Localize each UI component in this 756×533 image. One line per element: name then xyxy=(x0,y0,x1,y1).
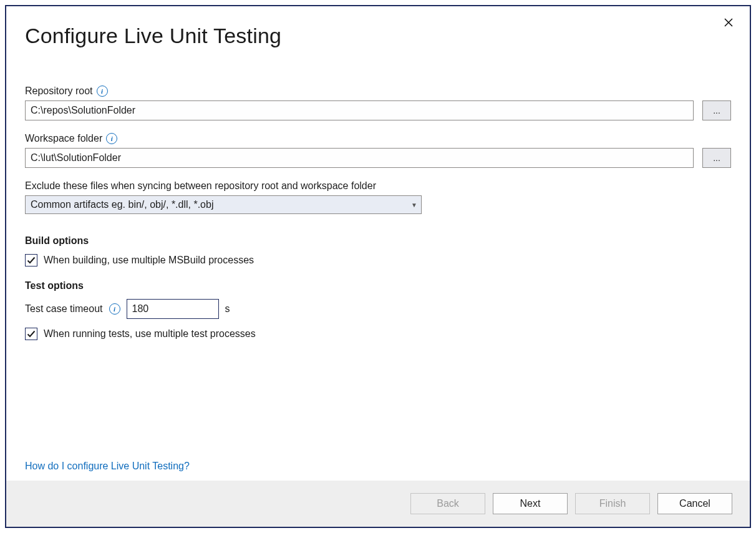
chevron-down-icon: ▼ xyxy=(411,202,417,208)
workspace-input[interactable] xyxy=(25,148,694,168)
workspace-label: Workspace folder xyxy=(25,133,102,144)
test-timeout-row: Test case timeout i s xyxy=(25,299,731,319)
workspace-row: ... xyxy=(25,148,731,168)
workspace-label-row: Workspace folder i xyxy=(25,133,731,144)
info-icon[interactable]: i xyxy=(97,86,108,97)
repo-root-label: Repository root xyxy=(25,86,93,97)
repo-root-row: ... xyxy=(25,100,731,120)
exclude-label: Exclude these files when syncing between… xyxy=(25,180,731,192)
next-button[interactable]: Next xyxy=(493,493,568,514)
test-multi-process-checkbox[interactable] xyxy=(25,328,37,340)
back-button[interactable]: Back xyxy=(410,493,485,514)
test-timeout-label: Test case timeout xyxy=(25,303,103,315)
info-icon[interactable]: i xyxy=(106,133,117,144)
test-options-header: Test options xyxy=(25,280,731,291)
repo-root-browse-button[interactable]: ... xyxy=(702,100,731,120)
info-icon[interactable]: i xyxy=(109,303,120,315)
test-multi-process-label: When running tests, use multiple test pr… xyxy=(44,328,256,340)
exclude-combobox[interactable]: Common artifacts eg. bin/, obj/, *.dll, … xyxy=(25,195,422,214)
close-icon[interactable] xyxy=(720,14,737,31)
build-multi-msbuild-checkbox[interactable] xyxy=(25,254,37,266)
build-multi-msbuild-row: When building, use multiple MSBuild proc… xyxy=(25,254,731,266)
wizard-footer: Back Next Finish Cancel xyxy=(6,481,750,527)
exclude-section: Exclude these files when syncing between… xyxy=(25,180,731,214)
help-link[interactable]: How do I configure Live Unit Testing? xyxy=(25,461,190,472)
test-timeout-input[interactable] xyxy=(127,299,219,319)
build-multi-msbuild-label: When building, use multiple MSBuild proc… xyxy=(44,255,254,266)
dialog-title: Configure Live Unit Testing xyxy=(25,24,731,48)
exclude-selected-value: Common artifacts eg. bin/, obj/, *.dll, … xyxy=(31,199,213,210)
build-options-header: Build options xyxy=(25,235,731,247)
repo-root-label-row: Repository root i xyxy=(25,86,731,97)
cancel-button[interactable]: Cancel xyxy=(657,493,732,514)
finish-button[interactable]: Finish xyxy=(575,493,650,514)
repo-root-input[interactable] xyxy=(25,100,694,120)
workspace-browse-button[interactable]: ... xyxy=(702,148,731,168)
test-timeout-unit: s xyxy=(225,303,230,315)
dialog-content: Configure Live Unit Testing Repository r… xyxy=(6,6,750,481)
test-multi-process-row: When running tests, use multiple test pr… xyxy=(25,328,731,340)
configure-lut-dialog: Configure Live Unit Testing Repository r… xyxy=(5,5,751,528)
